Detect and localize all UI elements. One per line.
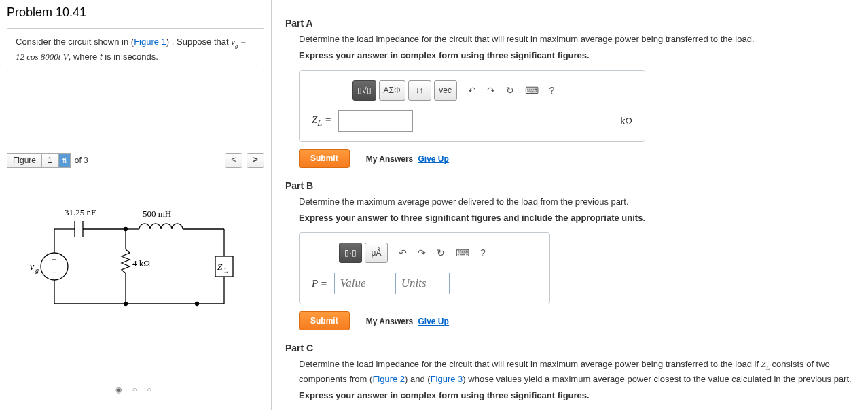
keyboard-icon[interactable]: ⌨ (456, 247, 469, 258)
part-b-prompt: Determine the maximum average power deli… (299, 195, 854, 209)
svg-text:Z: Z (217, 262, 223, 272)
subscript-button[interactable]: ↓↑ (408, 80, 431, 101)
reset-icon[interactable]: ↻ (437, 247, 445, 258)
desc-prefix: Consider the circuit shown in ( (16, 37, 134, 47)
give-up-link[interactable]: Give Up (418, 154, 449, 164)
redo-icon[interactable]: ↷ (487, 85, 495, 96)
svg-text:g: g (35, 266, 39, 274)
zl-var: ZL (761, 359, 770, 369)
my-answers-label: My Answers (366, 317, 414, 326)
undo-icon[interactable]: ↶ (399, 247, 407, 258)
figure-next-button[interactable]: > (247, 153, 264, 168)
circuit-diagram: + − v g 31.25 nF 500 mH 4 kΩ Z L (7, 175, 264, 379)
submit-button[interactable]: Submit (299, 149, 350, 168)
part-b-title: Part B (285, 180, 854, 191)
figure-pagination-dots[interactable]: ◉ ○ ○ (7, 385, 264, 394)
keyboard-icon[interactable]: ⌨ (525, 85, 539, 96)
figure-3-link[interactable]: Figure 3 (431, 374, 463, 384)
my-answers-label: My Answers (366, 154, 414, 164)
svg-text:31.25 nF: 31.25 nF (65, 207, 96, 217)
part-a-unit: kΩ (621, 116, 632, 126)
figure-2-link[interactable]: Figure 2 (372, 374, 405, 384)
part-a-answer-box: ▯√▯ ΑΣΦ ↓↑ vec ↶ ↷ ↻ ⌨ ? ZL = kΩ (299, 70, 645, 142)
part-b-answer-box: ▯·▯ μÅ ↶ ↷ ↻ ⌨ ? P = (299, 232, 550, 304)
svg-point-12 (196, 302, 199, 305)
part-b-units-input[interactable] (395, 273, 450, 294)
problem-title: Problem 10.41 (7, 5, 264, 20)
submit-button[interactable]: Submit (299, 311, 350, 330)
svg-text:L: L (224, 267, 228, 274)
part-b-var-label: P = (312, 278, 327, 290)
svg-text:−: − (52, 268, 56, 277)
units-templates-button[interactable]: ▯·▯ (339, 243, 362, 263)
part-c-title: Part C (285, 343, 854, 353)
desc-suffix: , where t is in seconds. (69, 52, 158, 62)
desc-mid: ) . Suppose that (166, 37, 231, 47)
figure-label: Figure (7, 153, 42, 168)
undo-icon[interactable]: ↶ (468, 85, 476, 96)
help-icon[interactable]: ? (480, 247, 486, 258)
svg-text:+: + (52, 255, 56, 264)
part-c-suffix: ) whose values yield a maximum average p… (463, 374, 851, 384)
greek-button[interactable]: ΑΣΦ (379, 80, 405, 101)
part-c-and: ) and ( (405, 374, 431, 384)
part-b-instruction: Express your answer to three significant… (299, 211, 854, 225)
templates-button[interactable]: ▯√▯ (352, 80, 376, 101)
part-c-prompt: Determine the load impedance for the cir… (299, 358, 854, 386)
figure-selected: 1 (42, 153, 58, 168)
vec-button[interactable]: vec (434, 80, 457, 101)
part-a-input[interactable] (338, 110, 413, 132)
reset-icon[interactable]: ↻ (506, 85, 514, 96)
figure-spinner[interactable]: ⇅ (58, 153, 71, 168)
svg-text:v: v (30, 262, 35, 272)
figure-total: of 3 (71, 154, 92, 167)
part-a-instruction: Express your answer in complex form usin… (299, 49, 854, 63)
figure-link[interactable]: Figure 1 (134, 37, 166, 47)
part-c-instruction: Express your answer in complex form usin… (299, 389, 854, 402)
part-b-value-input[interactable] (334, 273, 388, 294)
help-icon[interactable]: ? (549, 85, 555, 96)
figure-prev-button[interactable]: < (225, 153, 242, 168)
part-a-title: Part A (285, 18, 854, 29)
part-a-prompt: Determine the load impedance for the cir… (299, 33, 854, 46)
redo-icon[interactable]: ↷ (418, 247, 426, 258)
give-up-link[interactable]: Give Up (418, 317, 449, 326)
problem-description: Consider the circuit shown in (Figure 1)… (7, 28, 264, 71)
micro-angstrom-button[interactable]: μÅ (365, 243, 388, 263)
svg-text:4 kΩ: 4 kΩ (132, 258, 150, 268)
part-c-prefix: Determine the load impedance for the cir… (299, 359, 761, 369)
svg-text:500 mH: 500 mH (143, 209, 171, 219)
part-a-var-label: ZL = (312, 114, 331, 128)
